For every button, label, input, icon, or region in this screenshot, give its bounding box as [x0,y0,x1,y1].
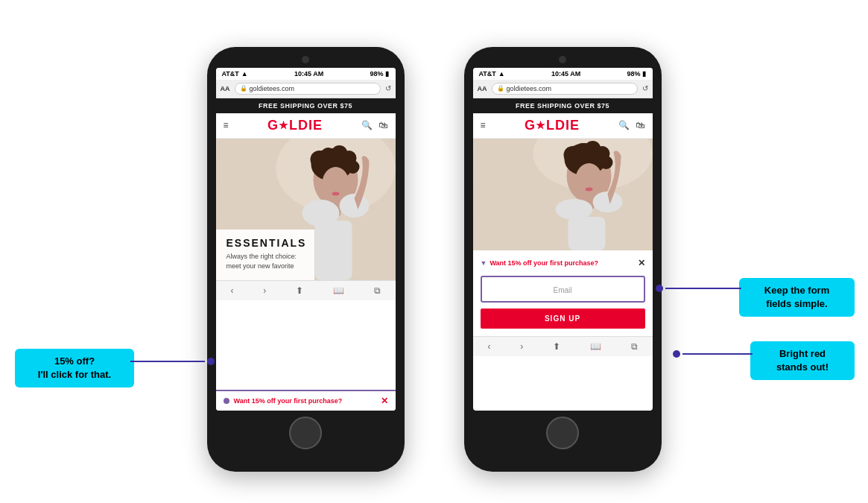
reload-icon-left[interactable]: ↺ [385,84,391,92]
battery-icon-left: ▮ [385,70,389,77]
svg-point-8 [346,160,359,174]
front-camera-right [559,56,566,63]
url-text-right: goldietees.com [507,85,552,92]
browser-url-right[interactable]: 🔒 goldietees.com [492,83,638,95]
screen-right: AT&T ▲ 10:45 AM 98% ▮ AA 🔒 goldietees.co… [473,68,653,411]
essentials-title: ESSENTIALS [226,237,305,249]
home-button-left[interactable] [289,417,322,449]
popup-bar-left[interactable]: Want 15% off your first purchase? ✕ [216,390,396,411]
browser-bar-left[interactable]: AA 🔒 goldietees.com ↺ [216,80,396,98]
email-input-wrapper[interactable]: Email [481,276,645,303]
carrier-right: AT&T [479,70,496,77]
svg-point-11 [339,194,369,218]
time-left: 10:45 AM [294,70,323,77]
share-nav-left[interactable]: ⬆ [296,285,303,296]
tabs-nav-right[interactable]: ⧉ [631,341,638,352]
bottom-nav-right: ‹ › ⬆ 📖 ⧉ [473,336,653,356]
battery-icon-right: ▮ [642,70,646,77]
url-text-left: goldietees.com [250,85,295,92]
scene: AT&T ▲ 10:45 AM 98% ▮ AA 🔒 goldietees.co… [0,0,868,503]
tabs-nav-left[interactable]: ⧉ [374,285,381,296]
promo-bar-left: FREE SHIPPING OVER $75 [216,98,396,113]
browser-aa-right[interactable]: AA [478,85,487,92]
forward-nav-left[interactable]: › [263,285,266,296]
front-camera-left [302,56,309,63]
back-nav-left[interactable]: ‹ [230,285,233,296]
svg-point-29 [585,187,592,191]
battery-right: 98% [627,70,640,77]
svg-point-25 [555,199,592,220]
svg-rect-27 [568,217,605,250]
search-icon-left[interactable]: 🔍 [361,120,373,130]
hamburger-icon-right[interactable]: ≡ [481,120,486,130]
header-icons-right: 🔍 🛍 [618,120,644,130]
battery-left: 98% [370,70,383,77]
annotation-left: 15% off?I'll click for that. [15,349,134,387]
annotation-right-top: Keep the formfields simple. [739,278,855,317]
popup-header-right: ▼ Want 15% off your first purchase? ✕ [481,258,645,268]
browser-url-left[interactable]: 🔒 goldietees.com [235,83,381,95]
popup-header-text: ▼ Want 15% off your first purchase? [481,259,599,267]
svg-point-33 [656,285,663,292]
bottom-nav-left: ‹ › ⬆ 📖 ⧉ [216,280,396,300]
share-nav-right[interactable]: ⬆ [553,341,560,352]
svg-point-14 [332,192,339,195]
forward-nav-right[interactable]: › [520,341,523,352]
svg-point-31 [207,358,215,365]
header-icons-left: 🔍 🛍 [361,120,387,130]
promo-bar-right: FREE SHIPPING OVER $75 [473,98,653,113]
bookmarks-nav-left[interactable]: 📖 [333,285,344,296]
browser-aa-left[interactable]: AA [221,85,230,92]
svg-point-26 [592,192,622,212]
popup-text-left[interactable]: Want 15% off your first purchase? [234,397,381,405]
popup-dot-left [224,398,229,404]
popup-chevron-right: ▼ [481,259,487,267]
cart-icon-left[interactable]: 🛍 [378,120,387,130]
email-placeholder[interactable]: Email [553,286,571,294]
site-header-left: ≡ G★LDIE 🔍 🛍 [216,113,396,139]
arrow-right-top [652,281,741,296]
phone-right: AT&T ▲ 10:45 AM 98% ▮ AA 🔒 goldietees.co… [464,47,662,472]
bookmarks-nav-right[interactable]: 📖 [590,341,601,352]
svg-point-35 [673,350,680,358]
hero-image-right [473,139,653,250]
hero-image-left: ESSENTIALS Always the right choice: meet… [216,139,396,280]
hamburger-icon-left[interactable]: ≡ [224,120,229,130]
wifi-icon-left: ▲ [241,70,248,77]
email-form-area: ▼ Want 15% off your first purchase? ✕ Em… [473,250,653,336]
site-logo-right[interactable]: G★LDIE [525,118,580,133]
phone-left: AT&T ▲ 10:45 AM 98% ▮ AA 🔒 goldietees.co… [207,47,405,472]
site-header-right: ≡ G★LDIE 🔍 🛍 [473,113,653,139]
cart-icon-right[interactable]: 🛍 [636,120,644,130]
essentials-sub: Always the right choice: meet your new f… [226,252,305,271]
site-logo-left[interactable]: G★LDIE [267,118,323,133]
wifi-icon-right: ▲ [498,70,505,77]
browser-bar-right[interactable]: AA 🔒 goldietees.com ↺ [473,80,653,98]
star-icon-right: ★ [536,119,546,131]
home-button-right[interactable] [546,417,579,449]
star-icon-left: ★ [279,119,289,131]
reload-icon-right[interactable]: ↺ [642,84,648,92]
screen-left: AT&T ▲ 10:45 AM 98% ▮ AA 🔒 goldietees.co… [216,68,396,411]
hero-svg-right [473,139,653,250]
popup-close-right[interactable]: ✕ [638,258,645,268]
svg-rect-12 [314,221,352,280]
status-bar-right: AT&T ▲ 10:45 AM 98% ▮ [473,68,653,80]
time-right: 10:45 AM [551,70,580,77]
annotation-right-bottom: Bright redstands out! [750,341,855,380]
signup-button[interactable]: SIGN UP [481,309,645,329]
arrow-left [130,350,220,373]
lock-icon-left: 🔒 [240,85,247,92]
status-bar-left: AT&T ▲ 10:45 AM 98% ▮ [216,68,396,80]
carrier-left: AT&T [222,70,239,77]
arrow-right-bottom [671,347,753,361]
search-icon-right[interactable]: 🔍 [618,120,630,130]
popup-question-text: Want 15% off your first purchase? [490,259,598,267]
lock-icon-right: 🔒 [497,85,504,92]
essentials-overlay-left: ESSENTIALS Always the right choice: meet… [216,230,315,279]
svg-point-23 [599,156,612,169]
back-nav-right[interactable]: ‹ [487,341,490,352]
popup-close-left[interactable]: ✕ [381,396,388,406]
